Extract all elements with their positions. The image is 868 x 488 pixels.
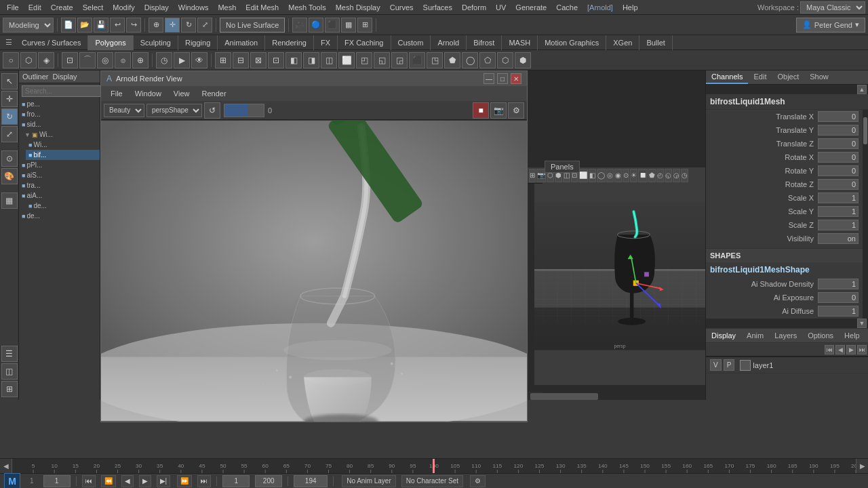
- vp-icon-panels[interactable]: ⊞: [529, 169, 536, 182]
- range-start-value[interactable]: 1: [222, 475, 250, 487]
- show-hide[interactable]: 👁: [191, 52, 208, 68]
- menu-curves[interactable]: Curves: [386, 2, 418, 13]
- settings-icon[interactable]: ⚙: [470, 475, 486, 487]
- menu-arnold[interactable]: [Arnold]: [583, 2, 617, 13]
- save-scene-btn[interactable]: 💾: [94, 18, 108, 33]
- play-next-frame-btn[interactable]: ▶|: [157, 475, 171, 487]
- tool-scale[interactable]: ⤢: [1, 126, 18, 142]
- tab-fx[interactable]: FX: [314, 35, 338, 50]
- arnold-stop-btn[interactable]: ■: [473, 102, 489, 119]
- outliner-item-7[interactable]: ■ aiS...: [19, 170, 100, 180]
- properties-scrollbar[interactable]: [863, 110, 868, 319]
- menu-file[interactable]: File: [3, 2, 23, 13]
- timeline-left-arrow[interactable]: ◀: [0, 459, 12, 474]
- translate-z-input[interactable]: [818, 138, 859, 149]
- menu-windows[interactable]: Windows: [174, 2, 213, 13]
- layer-nav-prev-prev[interactable]: ⏮: [825, 345, 834, 354]
- vp-icon-15[interactable]: ◵: [665, 169, 672, 182]
- menu-select[interactable]: Select: [79, 2, 108, 13]
- outliner-display-label[interactable]: Display: [53, 73, 77, 81]
- tool-paint[interactable]: 🎨: [1, 168, 18, 184]
- menu-edit[interactable]: Edit: [24, 2, 45, 13]
- arnold-refresh-btn[interactable]: ↺: [204, 102, 220, 119]
- render-selected[interactable]: ▶: [174, 52, 190, 68]
- no-live-surface-btn[interactable]: No Live Surface: [220, 18, 285, 33]
- tool-bottom1[interactable]: ☰: [1, 346, 18, 362]
- tab-motion-graphics[interactable]: Motion Graphics: [538, 35, 606, 50]
- layer-nav-next-next[interactable]: ⏭: [857, 345, 867, 354]
- open-scene-btn[interactable]: 📂: [77, 18, 92, 33]
- arnold-maximize-btn[interactable]: □: [497, 73, 508, 84]
- pb-tab-anim[interactable]: Anim: [741, 330, 769, 341]
- arnold-camera-icon[interactable]: 📷: [490, 102, 507, 119]
- tab-polygons[interactable]: Polygons: [88, 35, 133, 50]
- icon-14[interactable]: ⬟: [444, 52, 460, 68]
- icon-6[interactable]: ◨: [303, 52, 319, 68]
- vp-icon-13[interactable]: ⬟: [648, 169, 656, 182]
- timeline-right-arrow[interactable]: ▶: [856, 459, 868, 474]
- vp-icon-6[interactable]: ◧: [589, 169, 596, 182]
- tool-select[interactable]: ↖: [1, 73, 18, 89]
- outliner-item-4[interactable]: ■ Wi...: [26, 140, 100, 150]
- menu-mesh-display[interactable]: Mesh Display: [332, 2, 384, 13]
- menu-surfaces[interactable]: Surfaces: [419, 2, 456, 13]
- scale-z-input[interactable]: [818, 220, 859, 230]
- pb-tab-help[interactable]: Help: [839, 330, 865, 341]
- mode-select[interactable]: Modeling: [3, 18, 54, 33]
- vp-icon-10[interactable]: ⊙: [623, 169, 629, 182]
- user-button[interactable]: 👤 Peter Gend ▾: [796, 18, 865, 33]
- move-btn[interactable]: ✛: [165, 18, 180, 33]
- outliner-label[interactable]: Outliner: [22, 73, 49, 81]
- play-prev-frame-btn[interactable]: ◀: [121, 475, 134, 487]
- shape-select[interactable]: perspShape: [146, 104, 202, 117]
- layer-color-swatch[interactable]: [740, 360, 751, 371]
- icon-17[interactable]: ⬡: [497, 52, 513, 68]
- tool-show[interactable]: ▦: [1, 192, 18, 209]
- icon-12[interactable]: ⬛: [409, 52, 425, 68]
- props-tab-channels[interactable]: Channels: [706, 70, 748, 84]
- tool-bottom2[interactable]: ◫: [1, 363, 18, 380]
- outliner-item-2[interactable]: ■ sid...: [19, 119, 100, 129]
- menu-cache[interactable]: Cache: [552, 2, 582, 13]
- outliner-item-5-selected[interactable]: ■ bif...: [26, 150, 100, 160]
- vp-icon-17[interactable]: ◷: [681, 169, 688, 182]
- rotate-x-input[interactable]: [818, 152, 859, 163]
- tab-rigging[interactable]: Rigging: [178, 35, 218, 50]
- pb-tab-display[interactable]: Display: [706, 330, 741, 341]
- render-btn[interactable]: 🔵: [309, 18, 323, 33]
- icon-10[interactable]: ◱: [374, 52, 390, 68]
- arnold-minimize-btn[interactable]: —: [484, 73, 494, 84]
- timeline-content[interactable]: 5 10 15 20 25 30 35 40 45 50 55 60 65: [12, 459, 856, 474]
- no-anim-layer-btn[interactable]: No Anim Layer: [342, 475, 396, 487]
- range-end-value[interactable]: 200: [255, 475, 282, 487]
- snap-surface[interactable]: ⌾: [115, 52, 131, 68]
- vp-icon-16[interactable]: ◶: [673, 169, 680, 182]
- tool-move[interactable]: ✛: [1, 91, 18, 107]
- select-mode-comp[interactable]: ⬡: [20, 52, 37, 68]
- layer-nav-prev[interactable]: ◀: [835, 345, 845, 354]
- arnold-menu-window[interactable]: Window: [130, 88, 167, 99]
- props-tab-object[interactable]: Object: [772, 70, 804, 84]
- translate-y-input[interactable]: [818, 125, 859, 136]
- vp-icon-8[interactable]: ◎: [606, 169, 614, 182]
- rotate-btn[interactable]: ↻: [181, 18, 196, 33]
- vp-icon-14[interactable]: ◴: [656, 169, 664, 182]
- tab-animation[interactable]: Animation: [218, 35, 265, 50]
- icon-7[interactable]: ◫: [321, 52, 337, 68]
- rotate-y-input[interactable]: [818, 165, 859, 176]
- props-scroll-down[interactable]: ▼: [857, 319, 867, 328]
- no-character-set-btn[interactable]: No Character Set: [401, 475, 463, 487]
- select-mode-hier[interactable]: ◈: [38, 52, 54, 68]
- play-prev-btn[interactable]: ⏪: [101, 475, 116, 487]
- timeline-position-value[interactable]: 194: [294, 475, 328, 487]
- select-btn[interactable]: ⊕: [149, 18, 163, 33]
- pb-tab-layers[interactable]: Layers: [769, 330, 802, 341]
- pb-tab-options[interactable]: Options: [802, 330, 839, 341]
- icon-13[interactable]: ◳: [427, 52, 443, 68]
- beauty-select[interactable]: Beauty: [104, 104, 144, 117]
- outliner-item-11[interactable]: ■ de...: [19, 211, 100, 221]
- layer-nav-next[interactable]: ▶: [846, 345, 856, 354]
- play-next-btn[interactable]: ⏩: [177, 475, 192, 487]
- ai-diffuse-input[interactable]: [818, 306, 859, 317]
- tab-fx-caching[interactable]: FX Caching: [338, 35, 391, 50]
